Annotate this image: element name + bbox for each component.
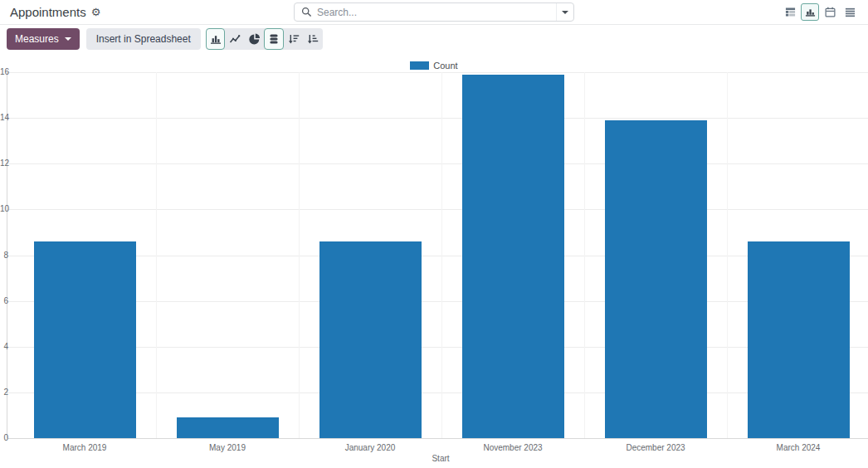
chart-bar[interactable] [605,120,707,438]
gridline-horizontal [7,301,868,302]
x-axis-tick-label: March 2024 [727,443,868,452]
y-axis-tick-label: 0 [0,434,8,442]
x-axis-tick-label: December 2023 [584,443,727,452]
insert-in-spreadsheet-button[interactable]: Insert in Spreadsheet [86,28,201,50]
breadcrumb: Appointments ⚙ [10,0,100,24]
line-chart-button[interactable] [225,28,245,50]
y-axis-tick-label: 12 [0,159,8,168]
gridline-vertical [584,72,585,438]
gridline-vertical [156,72,157,438]
y-axis-tick-label: 4 [0,343,8,351]
database-icon [268,33,280,45]
x-axis-tick-label: November 2023 [441,443,584,452]
y-axis-tick-label: 6 [0,297,8,305]
sort-amount-ascending-icon [307,33,319,45]
view-switcher-graph[interactable] [801,3,819,21]
chart-type-button-group [206,28,323,50]
graph-view: Count Start 0246810121416March 2019May 2… [0,53,868,468]
search-input[interactable] [312,7,556,18]
view-switcher-list[interactable] [841,3,859,21]
legend-color-box [410,61,429,70]
bar-chart-icon [210,33,222,45]
gridline-horizontal [7,72,868,73]
sort-ascending-button[interactable] [303,28,323,50]
top-navbar: Appointments ⚙ [0,0,868,25]
sort-amount-descending-icon [288,33,300,45]
search-bar [294,2,574,22]
chart-bar[interactable] [34,241,136,438]
chevron-down-icon [562,11,568,14]
gridline-horizontal [7,392,868,393]
gridline-horizontal [7,163,868,164]
gear-icon[interactable]: ⚙ [91,7,101,17]
line-chart-icon [229,33,241,45]
stacked-button[interactable] [264,28,284,50]
x-axis-tick-label: May 2019 [156,443,299,452]
view-switcher [781,3,859,21]
gridline-vertical [299,72,300,438]
y-axis-tick-label: 16 [0,68,8,76]
pie-chart-button[interactable] [245,28,265,50]
page-title: Appointments [10,5,86,19]
y-axis-tick-label: 8 [0,251,8,260]
x-axis-tick-label: March 2019 [13,443,156,452]
view-switcher-pivot[interactable] [781,3,799,21]
y-axis-tick-label: 14 [0,114,8,122]
x-axis-title: Start [13,454,868,463]
chevron-down-icon [65,37,71,41]
gridline-vertical [441,72,442,438]
gridline-horizontal [7,347,868,348]
search-dropdown-toggle[interactable] [556,3,573,21]
gridline-vertical [727,72,728,438]
legend-label: Count [433,61,457,71]
bar-chart-icon [805,7,816,17]
chart-bar[interactable] [462,75,564,438]
search-icon [301,7,312,17]
y-axis-tick-label: 2 [0,388,8,397]
x-axis-tick-label: January 2020 [299,443,441,452]
sort-descending-button[interactable] [284,28,304,50]
list-icon [845,7,856,17]
chart-legend[interactable]: Count [0,61,868,71]
chart-bar[interactable] [319,241,422,438]
measures-button[interactable]: Measures [7,28,80,50]
chart-bar[interactable] [748,241,850,438]
plot-area: Start 0246810121416March 2019May 2019Jan… [0,72,868,438]
bar-chart-button[interactable] [206,28,226,50]
gridline-horizontal [7,118,868,119]
chart-bar[interactable] [177,417,279,438]
measures-label: Measures [15,33,59,45]
gridline-horizontal [7,256,868,256]
gridline-horizontal [7,209,868,210]
control-panel: Measures Insert in Spreadsheet [0,25,868,53]
calendar-icon [825,7,836,17]
pivot-icon [785,7,796,17]
gridline-horizontal [7,438,868,439]
pie-chart-icon [249,33,261,45]
y-axis-tick-label: 10 [0,205,8,213]
view-switcher-calendar[interactable] [821,3,839,21]
